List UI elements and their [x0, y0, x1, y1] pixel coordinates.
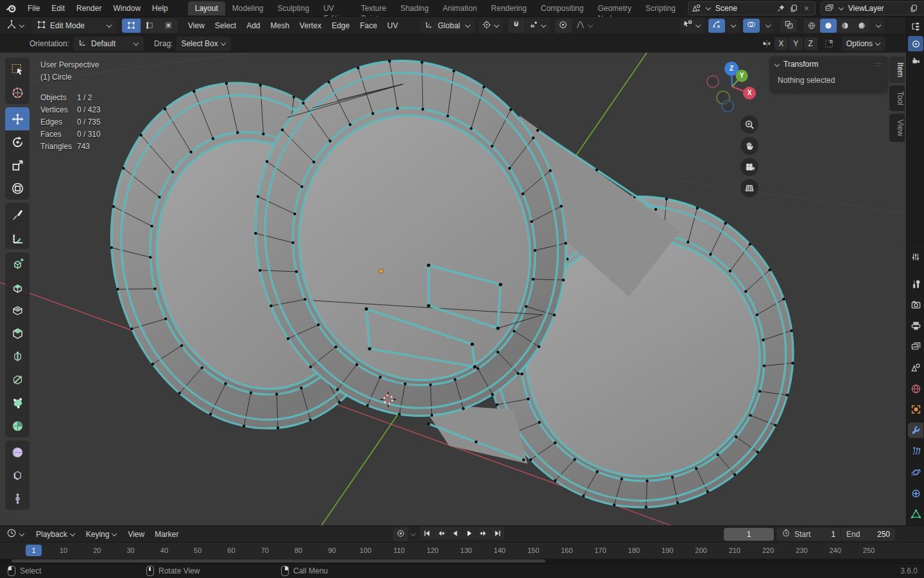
timeline-scrollbar[interactable]	[0, 559, 924, 563]
properties-tab-scene[interactable]	[908, 360, 923, 375]
current-frame-badge[interactable]: 1	[26, 545, 42, 556]
shading-dropdown[interactable]	[871, 19, 884, 33]
tool-inset-faces[interactable]	[5, 299, 30, 322]
snap-with-dropdown[interactable]	[526, 19, 550, 33]
scene-selector[interactable]: Scene	[688, 1, 816, 15]
viewport-3d[interactable]: User Perspective (1) Circle Objects1 / 2…	[0, 53, 906, 525]
options-dropdown[interactable]: Options	[842, 37, 886, 51]
viewlayer-name[interactable]: ViewLayer	[844, 4, 907, 13]
properties-tab-particles[interactable]	[908, 444, 923, 459]
xray-toggle[interactable]	[780, 19, 797, 33]
shading-rendered-button[interactable]	[853, 19, 870, 33]
properties-tab-physics[interactable]	[908, 464, 923, 480]
close-icon[interactable]	[800, 3, 813, 14]
mirror-axis-z[interactable]: Z	[804, 37, 817, 50]
tool-extrude[interactable]	[5, 276, 30, 299]
tool-loop-cut[interactable]	[5, 345, 30, 368]
scene-name[interactable]: Scene	[712, 4, 774, 13]
viewport-menu-face[interactable]: Face	[355, 19, 382, 32]
viewport-menu-view[interactable]: View	[183, 19, 210, 32]
frame-end-field[interactable]: End 250	[841, 528, 895, 541]
properties-editor-button[interactable]	[908, 249, 923, 265]
vertex-select-button[interactable]	[122, 19, 141, 33]
sidebar-tab-tool[interactable]: Tool	[889, 85, 905, 111]
copy-icon[interactable]	[907, 3, 920, 14]
pin-icon[interactable]	[774, 3, 787, 14]
outliner-row-circle-object[interactable]	[908, 36, 923, 51]
tool-knife[interactable]	[5, 368, 30, 391]
outliner-editor-button[interactable]	[908, 19, 923, 35]
viewlayer-selector[interactable]: ViewLayer	[821, 1, 924, 15]
copy-icon[interactable]	[787, 3, 800, 14]
workspace-tab-texture-paint[interactable]: Texture Paint	[354, 1, 393, 15]
tool-scale[interactable]	[5, 153, 30, 177]
overlays-dropdown[interactable]	[760, 19, 774, 33]
proportional-editing-toggle[interactable]	[555, 19, 572, 33]
camera-view-button[interactable]	[740, 158, 758, 176]
panel-title[interactable]: Transform	[783, 60, 818, 69]
timeline-menu-marker[interactable]: Marker	[150, 528, 184, 541]
viewport-menu-uv[interactable]: UV	[382, 19, 404, 32]
timeline-menu-view[interactable]: View	[123, 528, 150, 541]
tool-spin[interactable]	[5, 414, 30, 437]
viewport-menu-edge[interactable]: Edge	[327, 19, 355, 32]
properties-tab-render[interactable]	[908, 297, 923, 313]
panel-grip[interactable]: ::::	[874, 61, 883, 67]
overlays-toggle[interactable]	[743, 19, 760, 33]
drag-dropdown[interactable]: Select Box	[176, 37, 230, 51]
tool-measure[interactable]	[5, 226, 30, 249]
blender-logo-icon[interactable]	[5, 3, 17, 14]
navigation-gizmo[interactable]: ZYX	[697, 60, 761, 116]
play-button[interactable]	[463, 527, 476, 539]
snap-toggle[interactable]	[508, 19, 525, 33]
properties-tab-tool[interactable]	[908, 276, 923, 292]
editor-type-button[interactable]	[3, 19, 28, 33]
tool-select-box[interactable]	[5, 58, 30, 81]
next-keyframe-button[interactable]	[477, 527, 490, 539]
tool-annotate[interactable]	[5, 203, 30, 226]
gizmos-toggle[interactable]	[708, 19, 725, 33]
workspace-tab-rendering[interactable]: Rendering	[484, 1, 533, 15]
timeline-menu-playback[interactable]: Playback	[31, 528, 81, 541]
mirror-icon[interactable]	[760, 38, 773, 49]
properties-tab-world[interactable]	[908, 381, 923, 396]
viewport-menu-mesh[interactable]: Mesh	[266, 19, 295, 32]
outliner-row-camera-object[interactable]	[908, 53, 923, 69]
workspace-tab-compositing[interactable]: Compositing	[534, 1, 591, 15]
snap-target-icon[interactable]	[823, 38, 835, 49]
shading-solid-button[interactable]	[820, 19, 837, 33]
jump-to-end-button[interactable]	[491, 527, 504, 539]
workspace-tab-uv-editing[interactable]: UV Editing	[316, 1, 354, 15]
menu-edit[interactable]: Edit	[46, 2, 71, 15]
play-reverse-button[interactable]	[449, 527, 462, 539]
sidebar-tab-item[interactable]: Item	[889, 57, 905, 83]
zoom-button[interactable]	[740, 116, 758, 134]
viewlayer-icon[interactable]	[823, 3, 836, 14]
workspace-tab-layout[interactable]: Layout	[188, 1, 225, 15]
tool-transform[interactable]	[5, 177, 30, 200]
workspace-tab-shading[interactable]: Shading	[393, 1, 436, 15]
frame-start-field[interactable]: Start 1	[776, 528, 841, 541]
viewport-menu-vertex[interactable]: Vertex	[295, 19, 327, 32]
scene-icon[interactable]	[690, 3, 703, 14]
mirror-axis-y[interactable]: Y	[789, 37, 803, 50]
workspace-tab-geometry-nodes[interactable]: Geometry Nodes	[590, 1, 638, 15]
workspace-tab-sculpting[interactable]: Sculpting	[271, 1, 316, 15]
viewport-menu-select[interactable]: Select	[210, 19, 241, 32]
menu-render[interactable]: Render	[71, 2, 107, 15]
tool-move[interactable]	[5, 107, 30, 130]
properties-tab-object-data[interactable]	[908, 507, 923, 522]
sidebar-tab-view[interactable]: View	[889, 114, 905, 142]
jump-to-start-button[interactable]	[420, 527, 434, 539]
mirror-axis-x[interactable]: X	[774, 37, 788, 50]
tool-cursor[interactable]	[5, 81, 30, 104]
properties-tab-object[interactable]	[908, 402, 923, 417]
menu-help[interactable]: Help	[146, 2, 174, 15]
tool-edge-slide[interactable]	[5, 464, 30, 487]
properties-tab-output[interactable]	[908, 318, 923, 333]
tool-rotate[interactable]	[5, 130, 30, 153]
tool-bevel[interactable]	[5, 322, 30, 345]
shading-material-preview-button[interactable]	[837, 19, 853, 33]
pivot-dropdown[interactable]	[479, 19, 503, 33]
tool-poly-build[interactable]	[5, 391, 30, 414]
